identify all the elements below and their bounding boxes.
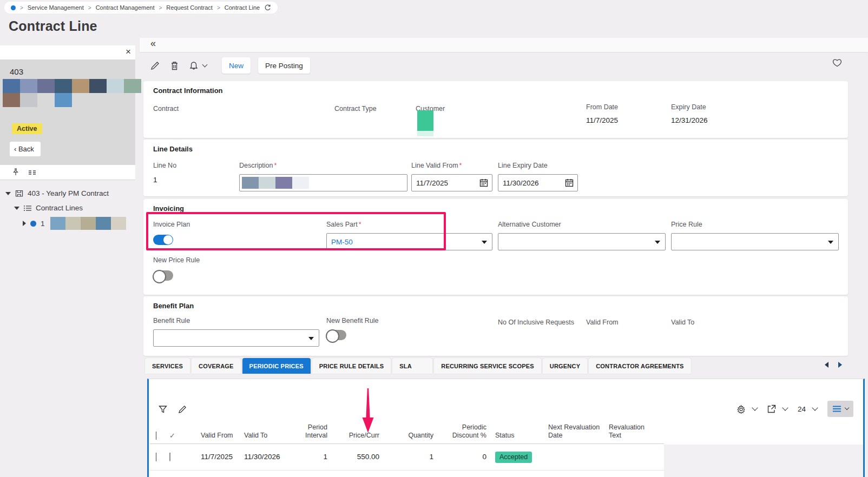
- line-valid-from-input[interactable]: 11/7/2025: [411, 174, 492, 191]
- status-badge: Active: [12, 123, 42, 134]
- expiry-date-value: 12/31/2026: [671, 116, 708, 124]
- sales-part-select[interactable]: PM-50: [326, 233, 492, 250]
- list-view-icon: [833, 406, 841, 412]
- col-revaluation-text[interactable]: Revaluation Text: [604, 423, 663, 440]
- edit-icon[interactable]: [150, 61, 160, 70]
- line-no-label: Line No: [153, 162, 176, 169]
- tab-contractor-agreements[interactable]: CONTRACTOR AGREEMENTS: [589, 358, 691, 374]
- col-valid-to[interactable]: Valid To: [240, 432, 285, 440]
- benefit-rule-select[interactable]: [153, 329, 319, 347]
- tab-scroll-right-icon[interactable]: [837, 361, 843, 368]
- select-arrow-icon: [308, 337, 314, 340]
- invoicing-card: Invoicing Invoice Plan Sales Part* PM-50…: [143, 199, 848, 295]
- select-all-icon[interactable]: ✓: [165, 432, 182, 440]
- redacted-text-blocks: [50, 217, 126, 230]
- col-quantity[interactable]: Quantity: [384, 432, 438, 440]
- benefit-rule-label: Benefit Rule: [153, 317, 319, 324]
- section-title: Benefit Plan: [153, 302, 194, 310]
- page-size-value[interactable]: 24: [798, 405, 806, 413]
- col-price-curr[interactable]: Price/Curr: [332, 432, 384, 440]
- tab-scroll-left-icon[interactable]: [824, 361, 830, 368]
- notifications-icon[interactable]: [189, 61, 207, 70]
- breadcrumb-separator: >: [20, 5, 23, 11]
- settings-icon[interactable]: [737, 405, 746, 414]
- refresh-icon[interactable]: [264, 4, 271, 11]
- caret-down-icon[interactable]: [5, 192, 11, 195]
- cell-period-interval: 1: [285, 453, 332, 462]
- chevron-down-icon[interactable]: [812, 405, 818, 410]
- caret-down-icon[interactable]: [14, 207, 19, 210]
- pre-posting-button[interactable]: Pre Posting: [258, 57, 310, 74]
- price-rule-select[interactable]: [671, 233, 839, 250]
- periodic-prices-grid: 24 ✓ Valid From Valid To Period Interval…: [147, 379, 865, 477]
- row-checkbox[interactable]: [169, 453, 170, 461]
- col-next-revaluation-date[interactable]: Next Revaluation Date: [544, 423, 604, 440]
- tab-coverage[interactable]: COVERAGE: [192, 358, 241, 374]
- line-valid-from-label: Line Valid From: [411, 162, 458, 169]
- tab-periodic-prices[interactable]: PERIODIC PRICES: [242, 358, 311, 374]
- new-benefit-rule-label: New Benefit Rule: [326, 317, 379, 324]
- col-valid-from[interactable]: Valid From: [196, 432, 240, 440]
- collapse-panel-icon[interactable]: «: [150, 38, 156, 49]
- tab-services[interactable]: SERVICES: [145, 358, 190, 374]
- col-period-interval[interactable]: Period Interval: [285, 423, 332, 440]
- breadcrumb-contract-line[interactable]: Contract Line: [225, 4, 260, 11]
- cell-price-curr: 550.00: [332, 453, 384, 462]
- breadcrumb-service-management[interactable]: Service Management: [28, 4, 84, 11]
- cell-quantity: 1: [384, 453, 438, 462]
- delete-icon[interactable]: [170, 61, 179, 70]
- tab-price-rule-details[interactable]: PRICE RULE DETAILS: [312, 358, 391, 374]
- record-id: 403: [10, 67, 23, 76]
- redacted-text-blocks: [3, 93, 72, 107]
- from-date-label: From Date: [586, 103, 618, 111]
- tab-bar: SERVICES COVERAGE PERIODIC PRICES PRICE …: [145, 358, 691, 374]
- col-status[interactable]: Status: [491, 432, 544, 440]
- alternative-customer-select[interactable]: [498, 233, 666, 250]
- invoice-plan-label: Invoice Plan: [153, 221, 190, 228]
- tree-item-contract[interactable]: 403 - Yearly PM Contract: [0, 186, 135, 201]
- close-icon[interactable]: ×: [126, 47, 131, 57]
- chevron-down-icon[interactable]: [752, 405, 758, 410]
- pin-icon[interactable]: [12, 168, 19, 176]
- expand-all-icon[interactable]: [150, 432, 165, 440]
- table-row[interactable]: 11/7/2025 11/30/2026 1 550.00 1 0 Accept…: [150, 445, 664, 471]
- sidebar-header: ×: [0, 45, 135, 59]
- back-button[interactable]: ‹ Back: [10, 142, 41, 156]
- chevron-down-icon[interactable]: [202, 62, 208, 67]
- sidebar-record-card: 403 Active ‹ Back: [0, 59, 135, 165]
- filter-icon[interactable]: [159, 405, 167, 414]
- calendar-icon[interactable]: [565, 178, 574, 187]
- sidebar-toolbar: [0, 165, 135, 180]
- line-expiry-date-input[interactable]: 11/30/2026: [498, 174, 578, 191]
- caret-right-icon[interactable]: [23, 221, 26, 226]
- chevron-down-icon[interactable]: [844, 406, 849, 410]
- favorite-icon[interactable]: [832, 58, 842, 67]
- edit-grid-icon[interactable]: [178, 405, 187, 414]
- row-status-badge: Accepted: [495, 452, 532, 463]
- row-expand-icon[interactable]: [150, 453, 165, 462]
- breadcrumb-request-contract[interactable]: Request Contract: [166, 4, 213, 11]
- new-status-button[interactable]: New: [222, 57, 251, 74]
- alternative-customer-label: Alternative Customer: [498, 221, 666, 228]
- invoice-plan-toggle[interactable]: [153, 235, 173, 245]
- calendar-icon[interactable]: [479, 178, 488, 187]
- record-dot-icon: [30, 221, 36, 227]
- structure-icon[interactable]: [28, 169, 36, 176]
- tab-urgency[interactable]: URGENCY: [543, 358, 587, 374]
- redacted-text-blocks: [3, 79, 141, 93]
- new-benefit-rule-toggle[interactable]: [326, 330, 346, 340]
- view-mode-button[interactable]: [827, 401, 853, 417]
- chevron-down-icon[interactable]: [782, 405, 788, 410]
- description-input[interactable]: [239, 174, 407, 191]
- section-title: Contract Information: [153, 87, 223, 95]
- tab-sla[interactable]: SLA: [392, 358, 432, 374]
- select-arrow-icon: [655, 241, 660, 244]
- export-icon[interactable]: [767, 405, 776, 413]
- tree-item-line-1[interactable]: 1: [0, 215, 135, 231]
- new-price-rule-toggle[interactable]: [153, 270, 173, 281]
- col-periodic-discount[interactable]: Periodic Discount %: [438, 423, 491, 440]
- tree-item-contract-lines[interactable]: Contract Lines: [0, 201, 135, 215]
- contract-label: Contract: [153, 105, 179, 112]
- tab-recurring-service-scopes[interactable]: RECURRING SERVICE SCOPES: [434, 358, 541, 374]
- breadcrumb-contract-management[interactable]: Contract Management: [96, 4, 155, 11]
